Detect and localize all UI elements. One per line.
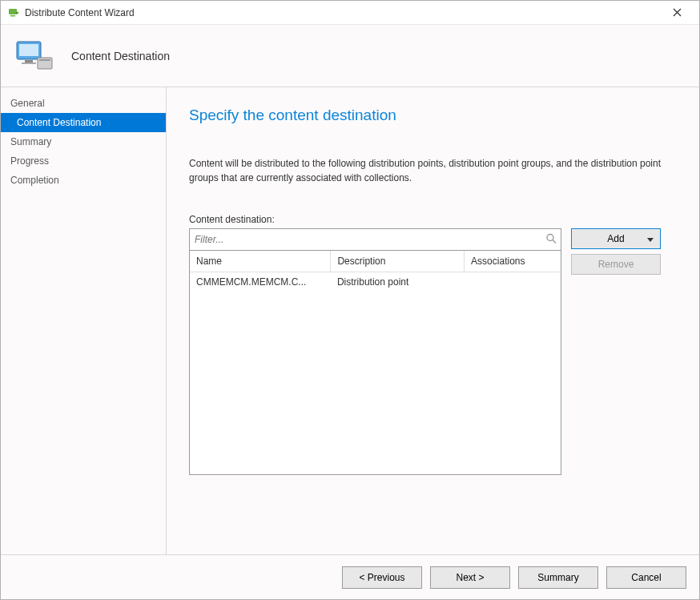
destination-left: Name Description Associations CMMEMCM.ME… — [189, 228, 561, 475]
close-button[interactable] — [661, 2, 693, 24]
table-header-row: Name Description Associations — [190, 251, 561, 272]
sidebar: General Content Destination Summary Prog… — [1, 87, 167, 554]
col-associations[interactable]: Associations — [465, 251, 561, 272]
cell-name: CMMEMCM.MEMCM.C... — [190, 272, 331, 292]
cell-description: Distribution point — [331, 272, 465, 292]
remove-button-label: Remove — [598, 259, 634, 270]
destination-row: Name Description Associations CMMEMCM.ME… — [189, 228, 677, 475]
header-icon — [14, 37, 52, 75]
previous-label: < Previous — [359, 572, 404, 583]
close-icon — [673, 8, 682, 17]
destination-buttons: Add Remove — [571, 228, 661, 275]
next-label: Next > — [456, 572, 484, 583]
remove-button: Remove — [571, 254, 661, 275]
col-description[interactable]: Description — [331, 251, 465, 272]
instruction-text: Content will be distributed to the follo… — [189, 156, 677, 185]
svg-rect-7 — [22, 62, 36, 64]
cell-associations — [465, 272, 561, 292]
wizard-body: General Content Destination Summary Prog… — [1, 87, 699, 554]
table-row[interactable]: CMMEMCM.MEMCM.C... Distribution point — [190, 272, 561, 292]
content-destination-label: Content destination: — [189, 214, 677, 225]
wizard-window: Distribute Content Wizard Content Destin… — [0, 0, 700, 600]
sidebar-item-content-destination[interactable]: Content Destination — [1, 113, 166, 132]
sidebar-item-summary[interactable]: Summary — [1, 132, 166, 151]
sidebar-item-completion[interactable]: Completion — [1, 171, 166, 190]
next-button[interactable]: Next > — [430, 566, 510, 589]
sidebar-item-general[interactable]: General — [1, 94, 166, 113]
destination-table-wrap: Name Description Associations CMMEMCM.ME… — [189, 251, 561, 475]
svg-rect-6 — [25, 60, 33, 62]
page-heading: Specify the content destination — [189, 107, 677, 124]
summary-label: Summary — [537, 572, 578, 583]
col-name[interactable]: Name — [190, 251, 331, 272]
svg-rect-9 — [39, 59, 50, 61]
add-button-label: Add — [607, 233, 624, 244]
footer: < Previous Next > Summary Cancel — [1, 554, 699, 599]
destination-table[interactable]: Name Description Associations CMMEMCM.ME… — [190, 251, 561, 292]
svg-rect-1 — [10, 15, 15, 17]
svg-rect-0 — [9, 9, 17, 14]
header-step-title: Content Destination — [71, 50, 170, 62]
svg-rect-5 — [19, 44, 38, 56]
chevron-down-icon — [647, 233, 654, 244]
window-title: Distribute Content Wizard — [25, 7, 661, 18]
previous-button[interactable]: < Previous — [342, 566, 422, 589]
main-panel: Specify the content destination Content … — [167, 87, 699, 554]
cancel-button[interactable]: Cancel — [606, 566, 686, 589]
sidebar-item-progress[interactable]: Progress — [1, 151, 166, 171]
filter-wrap — [189, 228, 561, 251]
summary-button[interactable]: Summary — [518, 566, 598, 589]
add-button[interactable]: Add — [571, 228, 661, 249]
header-strip: Content Destination — [1, 25, 699, 87]
app-icon — [7, 6, 20, 19]
titlebar: Distribute Content Wizard — [1, 1, 699, 25]
filter-input[interactable] — [190, 229, 561, 250]
cancel-label: Cancel — [631, 572, 661, 583]
